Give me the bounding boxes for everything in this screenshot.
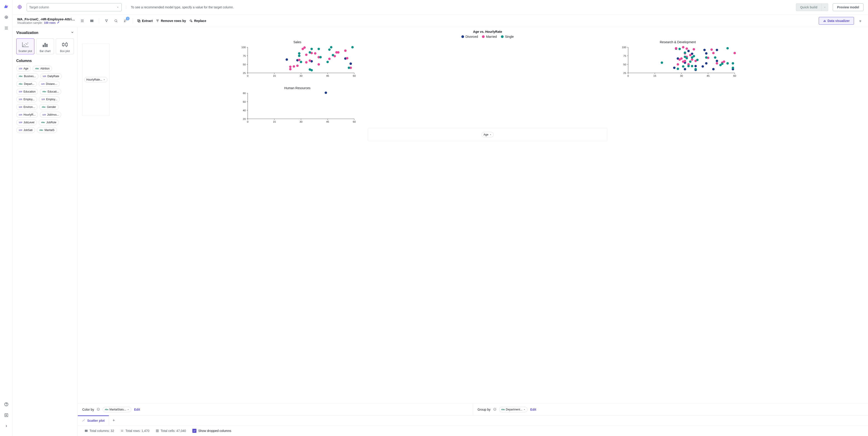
add-tab-button[interactable]: + [109,418,119,423]
edit-group-by[interactable]: Edit [530,408,536,411]
chevron-down-icon [523,408,526,411]
x-axis-dropzone[interactable]: Age [368,128,608,141]
dataset-title: WA_Fn-UseC_-HR-Employee-Attrition... [17,17,76,21]
svg-point-147 [677,68,679,70]
svg-point-158 [694,68,697,70]
column-chip[interactable]: AbcAttrition [33,66,52,71]
expand-rail-icon[interactable] [3,423,10,430]
logo-icon[interactable] [3,3,10,10]
svg-point-127 [680,57,683,60]
svg-text:45: 45 [326,120,329,123]
bar-chart-icon [41,41,49,48]
column-chip[interactable]: 123JobSati [16,127,35,133]
svg-text:0: 0 [247,120,249,123]
svg-point-73 [298,55,301,57]
info-icon[interactable] [493,408,496,412]
export-icon[interactable] [3,412,10,419]
column-chip[interactable]: AbcDepart... [16,81,37,87]
checkbox-icon [192,429,196,433]
column-chip[interactable]: 123JobLevel [16,119,37,125]
svg-rect-14 [824,21,824,22]
svg-rect-195 [85,430,86,432]
column-chip[interactable]: AbcEducati... [40,89,61,94]
column-chip[interactable]: 123Employ... [16,96,37,102]
svg-text:25: 25 [243,71,246,75]
chart-type-scatter[interactable]: Scatter plot [16,38,34,54]
y-axis-dropzone[interactable]: HourlyRate... [82,43,110,116]
remove-rows-button[interactable]: Remove rows by [156,19,186,23]
column-chip[interactable]: 123Age [16,66,31,71]
color-by-select[interactable]: Abc MaritalStatu... [103,407,131,412]
edit-color-by[interactable]: Edit [134,408,140,411]
svg-rect-25 [46,44,48,47]
svg-point-188 [324,91,327,94]
column-chip[interactable]: 123HourlyR... [16,112,38,118]
svg-point-166 [732,66,734,69]
svg-point-140 [710,49,713,51]
svg-point-52 [289,66,291,68]
svg-rect-197 [87,430,88,432]
search-icon[interactable] [113,18,119,24]
tab-scatter-plot[interactable]: Scatter plot [78,415,109,425]
chart-type-box[interactable]: Box plot [56,38,74,54]
x-axis-field-select[interactable]: Age [482,132,493,137]
column-chip[interactable]: AbcGender [39,104,59,110]
list-view-icon[interactable] [79,18,86,24]
column-chip[interactable]: 123DailyRate [40,73,62,79]
target-column-select[interactable]: Target column [27,3,122,11]
columns-heading: Columns [16,59,74,63]
sample-size-link[interactable]: 100 rows [44,21,56,24]
data-visualizer-button[interactable]: Data visualizer [819,17,854,25]
visualization-panel: Visualization Scatter plot Bar chart Box [13,27,78,436]
collapse-panel-icon[interactable] [71,31,74,35]
svg-rect-198 [156,430,159,432]
svg-rect-23 [43,45,44,47]
group-by-select[interactable]: Abc Department... [499,407,528,412]
column-chip[interactable]: 123Employ... [39,96,60,102]
svg-point-111 [684,68,686,70]
replace-button[interactable]: Replace [189,19,206,23]
status-bar: Total columns: 32 Total rows: 1,470 Tota… [78,425,868,436]
column-chip[interactable]: 123Distanc... [39,81,60,87]
svg-text:100: 100 [241,46,246,49]
svg-point-78 [310,69,313,71]
sort-icon[interactable] [122,18,129,24]
column-chip[interactable]: 123Education [16,89,38,94]
column-chip[interactable]: 123JobInvo... [40,112,61,118]
svg-point-163 [721,62,723,65]
svg-point-119 [705,52,708,55]
svg-point-161 [714,56,717,59]
extract-button[interactable]: Extract [137,19,153,23]
column-chip[interactable]: AbcBusines... [16,73,38,79]
svg-text:20: 20 [243,117,246,120]
svg-point-191 [83,421,83,421]
svg-point-148 [678,48,681,50]
filter-icon[interactable] [103,18,110,24]
svg-text:75: 75 [623,54,626,57]
svg-point-21 [26,44,27,45]
chart-type-bar[interactable]: Bar chart [36,38,54,54]
svg-text:50: 50 [623,63,626,66]
info-icon[interactable] [97,408,100,412]
preview-model-button[interactable]: Preview model [833,3,864,11]
svg-point-142 [716,62,718,65]
svg-point-144 [723,60,725,63]
chart-facet: Research & Development 25507510001530456… [492,40,864,80]
y-axis-field-select[interactable]: HourlyRate... [84,77,107,82]
edit-sample-icon[interactable] [57,21,60,24]
svg-text:75: 75 [243,54,246,57]
grid-view-icon[interactable] [89,18,95,24]
svg-point-116 [702,65,704,68]
replace-icon [189,19,193,23]
svg-point-145 [734,52,736,54]
expand-down-icon[interactable] [857,18,864,24]
column-chip[interactable]: AbcMaritalS [37,127,57,133]
svg-point-118 [705,62,708,65]
list-icon[interactable] [3,24,10,32]
target-config-icon[interactable] [3,13,10,21]
column-chip[interactable]: 123Environ... [16,104,37,110]
svg-point-164 [726,47,729,50]
column-chip[interactable]: AbcJobRole [39,119,59,125]
show-dropped-checkbox[interactable]: Show dropped columns [192,429,231,433]
help-icon[interactable] [3,401,10,408]
